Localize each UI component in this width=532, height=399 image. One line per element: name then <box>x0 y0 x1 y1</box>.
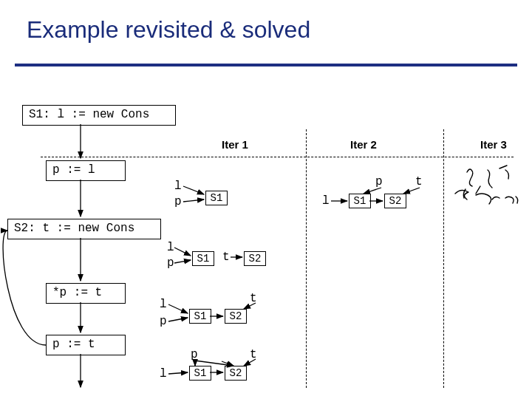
svg-line-18 <box>168 372 188 374</box>
svg-line-20 <box>195 361 233 366</box>
g2a-t: t <box>415 176 423 189</box>
g1c-s2: S2 <box>225 309 247 324</box>
cfg-p-l: p := l <box>46 160 126 181</box>
g1c-s1: S1 <box>189 309 211 324</box>
g2a-s2: S2 <box>384 194 406 208</box>
g1d-t: t <box>250 349 257 362</box>
dash-iter12 <box>306 129 307 388</box>
svg-line-5 <box>183 186 204 194</box>
iter3-label: Iter 3 <box>480 138 507 151</box>
g1d-p: p <box>191 349 198 362</box>
dash-iter23 <box>443 129 444 388</box>
g2a-p: p <box>375 176 383 189</box>
slide-title: Example revisited & solved <box>27 16 310 44</box>
g1b-s2: S2 <box>244 251 266 266</box>
g1a-p: p <box>174 196 182 209</box>
g1d-l: l <box>160 368 167 381</box>
cfg-s1: S1: l := new Cons <box>22 105 176 126</box>
svg-line-12 <box>174 260 191 263</box>
g1d-s1: S1 <box>189 366 211 381</box>
svg-line-11 <box>174 248 191 256</box>
iter1-label: Iter 1 <box>222 138 248 151</box>
g2a-s1: S1 <box>349 194 371 208</box>
slide-stage: Example revisited & solved Iter 1 Iter 2… <box>0 0 532 399</box>
dash-mid <box>41 157 514 157</box>
g1c-t: t <box>250 293 257 306</box>
g2a-l: l <box>322 195 330 208</box>
g1b-p: p <box>167 257 174 270</box>
cfg-s2: S2: t := new Cons <box>7 219 161 239</box>
g1c-p: p <box>160 316 167 329</box>
g1a-l: l <box>174 180 182 194</box>
svg-line-6 <box>183 200 204 202</box>
cfg-sp-t: *p := t <box>46 283 126 304</box>
g1b-t: t <box>222 251 230 265</box>
g1b-s1: S1 <box>192 251 214 266</box>
g1c-l: l <box>160 299 167 312</box>
title-underline <box>15 64 517 66</box>
cfg-p-t: p := t <box>46 335 126 355</box>
svg-line-15 <box>168 318 188 321</box>
g1b-l: l <box>167 242 174 255</box>
g1a-s1: S1 <box>205 191 228 205</box>
iter2-label: Iter 2 <box>350 138 377 151</box>
g1d-s2: S2 <box>225 366 247 381</box>
svg-line-14 <box>168 304 188 313</box>
